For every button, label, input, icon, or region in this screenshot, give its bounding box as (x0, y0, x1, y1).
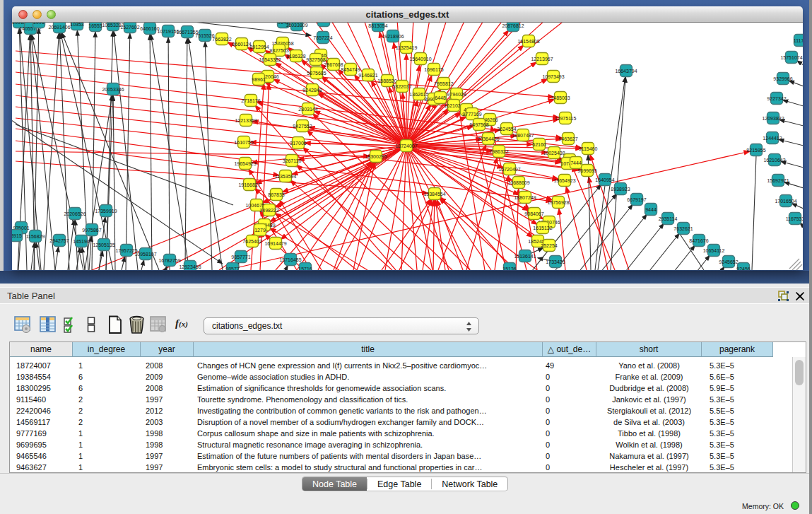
svg-text:20876812: 20876812 (502, 23, 524, 28)
svg-text:8912954: 8912954 (249, 45, 269, 49)
svg-text:12505135: 12505135 (93, 243, 114, 247)
svg-text:2942757: 2942757 (49, 238, 69, 243)
svg-text:98961: 98961 (252, 77, 266, 82)
svg-text:12213369: 12213369 (235, 118, 257, 123)
svg-text:9115460: 9115460 (579, 146, 598, 151)
svg-text:19218906: 19218906 (382, 34, 404, 39)
svg-text:6679197: 6679197 (627, 197, 646, 202)
svg-text:12093832: 12093832 (762, 116, 784, 121)
svg-text:1696175: 1696175 (424, 67, 443, 72)
svg-text:20053346: 20053346 (102, 87, 124, 92)
svg-text:1527602: 1527602 (120, 25, 139, 30)
svg-text:17359919: 17359919 (95, 209, 117, 214)
svg-text:1640954: 1640954 (595, 177, 614, 182)
svg-text:2091: 2091 (33, 23, 45, 25)
svg-text:9444: 9444 (645, 207, 657, 212)
svg-text:16543382: 16543382 (259, 57, 281, 62)
svg-text:9699695: 9699695 (577, 168, 596, 173)
svg-text:12923468: 12923468 (179, 264, 201, 269)
svg-text:20364436: 20364436 (477, 136, 499, 141)
svg-text:2935114: 2935114 (659, 216, 678, 221)
svg-text:20206526: 20206526 (64, 211, 86, 216)
svg-text:10025438: 10025438 (543, 151, 565, 156)
svg-text:9242848: 9242848 (302, 88, 322, 93)
svg-text:20691406: 20691406 (48, 25, 70, 30)
svg-text:10353: 10353 (70, 23, 84, 27)
svg-text:11173: 11173 (794, 38, 803, 43)
svg-text:8427552: 8427552 (293, 124, 312, 129)
svg-text:9227342: 9227342 (767, 96, 786, 101)
svg-text:9245652: 9245652 (719, 259, 738, 264)
svg-text:317006: 317006 (290, 141, 306, 146)
svg-text:8938923: 8938923 (611, 187, 630, 192)
svg-text:15640910: 15640910 (409, 57, 431, 62)
svg-text:15716485: 15716485 (279, 257, 301, 262)
svg-text:8813: 8813 (318, 23, 329, 23)
svg-text:7986322: 7986322 (489, 149, 508, 154)
svg-text:19166827: 19166827 (238, 182, 260, 187)
svg-text:17016504: 17016504 (775, 199, 796, 204)
svg-text:18300295: 18300295 (365, 154, 387, 159)
svg-text:11325419: 11325419 (396, 45, 418, 50)
svg-text:19384554: 19384554 (423, 192, 445, 197)
svg-text:7625402: 7625402 (242, 239, 261, 244)
svg-text:2718176: 2718176 (241, 98, 260, 103)
svg-text:9463627: 9463627 (558, 136, 577, 141)
svg-text:15716: 15716 (298, 267, 312, 271)
svg-text:11353594: 11353594 (275, 174, 297, 179)
svg-text:16782759: 16782759 (158, 258, 180, 263)
svg-text:7663822: 7663822 (212, 37, 231, 42)
svg-text:10807487: 10807487 (512, 133, 534, 138)
svg-text:8915: 8915 (12, 233, 22, 238)
svg-text:3624554: 3624554 (497, 127, 516, 132)
svg-text:3267110: 3267110 (283, 158, 302, 163)
svg-text:867833: 867833 (268, 192, 284, 197)
svg-text:10688609: 10688609 (507, 180, 529, 185)
svg-text:1498222: 1498222 (259, 208, 278, 213)
svg-text:16553: 16553 (88, 23, 102, 28)
svg-text:6448: 6448 (435, 95, 446, 100)
svg-text:9327503: 9327503 (269, 48, 288, 53)
svg-text:7955812: 7955812 (434, 81, 453, 86)
svg-text:9777169: 9777169 (462, 112, 481, 117)
svg-text:9857771: 9857771 (231, 255, 250, 259)
svg-text:16033809: 16033809 (286, 23, 307, 28)
svg-text:7857224: 7857224 (313, 35, 332, 40)
svg-text:8660124: 8660124 (232, 42, 251, 47)
svg-text:2867608: 2867608 (324, 62, 343, 67)
svg-text:1279: 1279 (254, 228, 266, 233)
svg-text:16914479: 16914479 (264, 241, 286, 246)
svg-text:1588520: 1588520 (377, 78, 396, 83)
svg-text:9084067: 9084067 (524, 211, 543, 216)
svg-text:16210643: 16210643 (763, 158, 785, 163)
svg-text:9329966: 9329966 (773, 76, 792, 81)
svg-text:252254: 252254 (541, 243, 557, 248)
svg-text:18807249: 18807249 (514, 195, 536, 200)
svg-text:15720407: 15720407 (498, 167, 520, 172)
svg-text:1733426: 1733426 (546, 259, 565, 264)
svg-text:145194: 145194 (73, 239, 89, 244)
svg-text:92456: 92456 (736, 267, 751, 271)
svg-text:8813054: 8813054 (368, 23, 387, 28)
svg-text:12213967: 12213967 (531, 57, 553, 62)
svg-text:16154808: 16154808 (517, 39, 539, 44)
svg-text:9794028: 9794028 (447, 92, 466, 97)
svg-text:2803144: 2803144 (298, 107, 317, 112)
svg-text:8186328: 8186328 (286, 54, 305, 59)
svg-text:6497568: 6497568 (469, 122, 488, 127)
svg-text:19654923: 19654923 (553, 178, 575, 183)
svg-text:98577: 98577 (225, 267, 240, 271)
svg-text:62160: 62160 (532, 142, 546, 147)
svg-text:20913: 20913 (12, 23, 26, 25)
svg-text:8471676: 8471676 (689, 238, 708, 243)
svg-text:9975867: 9975867 (82, 228, 101, 233)
svg-text:1244413: 1244413 (763, 136, 782, 141)
svg-text:8215955: 8215955 (746, 148, 765, 153)
svg-text:7444: 7444 (570, 160, 582, 165)
svg-text:12975115: 12975115 (555, 116, 577, 121)
svg-text:5322037: 5322037 (392, 84, 411, 89)
svg-text:10973493: 10973493 (542, 74, 564, 79)
svg-text:7632621: 7632621 (673, 226, 693, 231)
svg-text:18724007: 18724007 (395, 144, 417, 148)
svg-text:10654112: 10654112 (703, 248, 725, 253)
